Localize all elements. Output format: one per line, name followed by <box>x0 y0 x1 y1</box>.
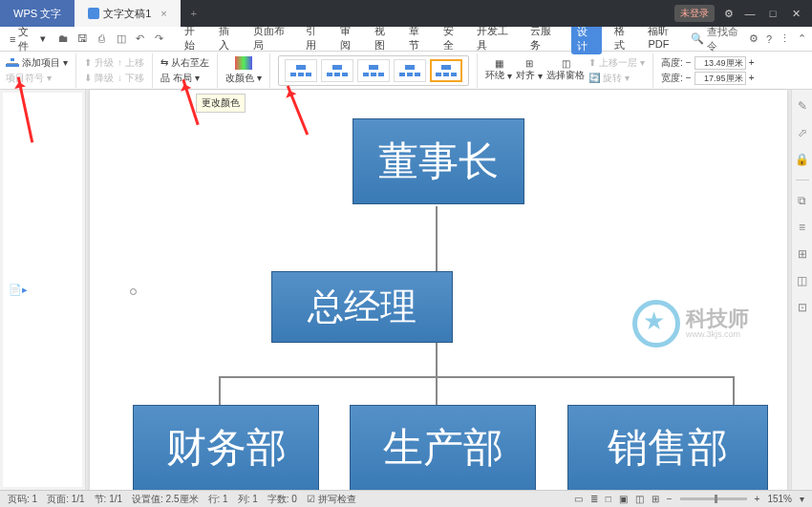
document-tab[interactable]: 文字文稿1 × <box>75 0 181 27</box>
preview-icon[interactable]: ◫ <box>115 32 128 45</box>
dropdown-caret-icon: ▾ <box>40 32 46 45</box>
lock-icon[interactable]: 🔒 <box>796 153 809 166</box>
save-icon[interactable]: 🖫 <box>76 32 90 45</box>
view-icon-3[interactable]: □ <box>606 494 611 504</box>
open-icon[interactable]: 🖿 <box>57 32 71 45</box>
redo-icon[interactable]: ↷ <box>153 32 166 45</box>
height-minus[interactable]: − <box>686 57 692 68</box>
width-input[interactable]: 17.95厘米 <box>694 72 746 85</box>
height-plus[interactable]: + <box>749 57 755 68</box>
sidetool-2-icon[interactable]: ≡ <box>796 221 809 234</box>
tab-review[interactable]: 审阅 <box>337 24 362 54</box>
width-minus[interactable]: − <box>686 73 692 83</box>
tab-start[interactable]: 开始 <box>182 24 206 54</box>
connector-line <box>436 206 438 273</box>
view-icon-4[interactable]: ▣ <box>619 494 628 504</box>
view-icon-1[interactable]: ▭ <box>574 494 583 504</box>
settings-icon[interactable]: ⚙ <box>724 8 734 20</box>
tab-format[interactable]: 格式 <box>611 24 636 54</box>
select-tool-icon[interactable]: ⬀ <box>796 126 809 139</box>
ribbon-group-level: ⬆ 升级 ⬇ 降级 ↑ 上移 ↓ 下移 <box>84 53 153 88</box>
height-input[interactable]: 13.49厘米 <box>694 56 746 70</box>
zoom-out-button[interactable]: − <box>667 494 673 504</box>
org-node-sales[interactable]: 销售部 <box>567 405 768 491</box>
pen-tool-icon[interactable]: ✎ <box>796 99 809 113</box>
wrench-icon[interactable]: ⚙ <box>749 32 759 45</box>
collapse-ribbon-icon[interactable]: ⌃ <box>798 32 806 45</box>
add-item-button[interactable]: 添加项目 ▾ <box>6 56 68 70</box>
status-row: 行: 1 <box>208 493 228 506</box>
maximize-button[interactable]: □ <box>766 8 780 19</box>
tab-insert[interactable]: 插入 <box>216 24 241 54</box>
page-thumb-icon[interactable]: 📄▸ <box>9 284 28 296</box>
layout-style-1[interactable] <box>285 59 317 82</box>
more-icon[interactable]: ⋮ <box>780 32 790 45</box>
tab-close-button[interactable]: × <box>160 8 166 19</box>
file-menu[interactable]: ≡ 文件 ▾ <box>6 25 50 53</box>
view-icon-6[interactable]: ⊞ <box>652 494 659 504</box>
window-controls: 未登录 ⚙ — □ ✕ <box>665 0 812 27</box>
tab-reference[interactable]: 引用 <box>303 24 328 54</box>
wrap-button[interactable]: 环绕▾ <box>485 69 512 82</box>
layout-style-3[interactable] <box>357 59 390 82</box>
navigation-pane: 📄▸ <box>0 90 86 490</box>
status-pages[interactable]: 页面: 1/1 <box>47 493 84 506</box>
new-tab-button[interactable]: + <box>181 8 207 19</box>
layout-style-4[interactable] <box>394 59 426 82</box>
status-chars[interactable]: 字数: 0 <box>267 493 297 506</box>
org-node-gm[interactable]: 总经理 <box>271 271 453 343</box>
sidetool-4-icon[interactable]: ◫ <box>796 274 809 287</box>
align-button[interactable]: 对齐▾ <box>516 69 543 82</box>
status-spellcheck[interactable]: ☑ 拼写检查 <box>307 493 356 506</box>
search-command[interactable]: 🔍 查找命令 <box>691 25 741 53</box>
sidetool-3-icon[interactable]: ⊞ <box>796 247 809 261</box>
watermark-url: www.3kjs.com <box>686 329 749 339</box>
layout-gallery[interactable] <box>278 55 469 86</box>
org-chart[interactable]: 董事长 总经理 财务部 生产部 销售部 科技师 www.3kjs.com <box>138 118 778 490</box>
tab-pagelayout[interactable]: 页面布局 <box>250 24 294 54</box>
minimize-button[interactable]: — <box>743 8 757 19</box>
wrap-icon: ▦ <box>495 58 503 69</box>
tab-section[interactable]: 章节 <box>406 24 431 54</box>
selection-handle[interactable] <box>130 288 137 295</box>
org-node-production[interactable]: 生产部 <box>350 405 536 491</box>
tab-view[interactable]: 视图 <box>372 24 396 54</box>
search-icon: 🔍 <box>691 32 704 45</box>
help-icon[interactable]: ? <box>766 33 772 45</box>
selection-pane-button[interactable]: 选择窗格 <box>546 69 585 82</box>
width-plus[interactable]: + <box>749 73 755 83</box>
org-node-chairman[interactable]: 董事长 <box>353 118 524 204</box>
layout-style-2[interactable] <box>321 59 353 82</box>
zoom-in-button[interactable]: + <box>755 494 760 504</box>
align-icon: ⊞ <box>525 58 533 69</box>
undo-icon[interactable]: ↶ <box>134 32 147 45</box>
tab-devtools[interactable]: 开发工具 <box>474 24 518 54</box>
promote-button: ⬆ 升级 <box>84 56 114 70</box>
color-icon <box>235 56 252 70</box>
view-icon-5[interactable]: ◫ <box>635 494 644 504</box>
zoom-caret-icon[interactable]: ▾ <box>800 494 804 504</box>
sidetool-1-icon[interactable]: ⧉ <box>796 194 809 207</box>
zoom-level[interactable]: 151% <box>767 494 792 504</box>
login-button[interactable]: 未登录 <box>674 5 715 22</box>
sidetool-5-icon[interactable]: ⊡ <box>796 301 809 314</box>
org-node-finance[interactable]: 财务部 <box>133 405 319 491</box>
zoom-slider[interactable] <box>680 497 747 500</box>
tab-design[interactable]: 设计 <box>571 24 602 54</box>
layout-style-5[interactable] <box>430 59 462 82</box>
close-button[interactable]: ✕ <box>789 8 802 20</box>
tab-cloud[interactable]: 云服务 <box>527 24 562 54</box>
print-icon[interactable]: ⎙ <box>96 32 109 45</box>
status-page-number[interactable]: 页码: 1 <box>8 493 37 506</box>
view-icon-2[interactable]: ≣ <box>590 494 598 504</box>
change-color-button[interactable]: 改颜色 ▾ <box>225 72 262 85</box>
tab-security[interactable]: 安全 <box>440 24 465 54</box>
bring-forward-button: ⬆ 上移一层 ▾ <box>588 56 645 70</box>
watermark-logo-icon <box>632 300 680 348</box>
document-page[interactable]: 董事长 总经理 财务部 生产部 销售部 科技师 www.3kjs.com <box>90 90 787 490</box>
connector-line <box>436 376 438 405</box>
side-tool-panel: ✎ ⬀ 🔒 ⧉ ≡ ⊞ ◫ ⊡ <box>791 90 812 490</box>
app-tab[interactable]: WPS 文字 <box>0 0 75 27</box>
tab-foxitpdf[interactable]: 福昕PDF <box>645 24 689 54</box>
rtl-button[interactable]: ⇆ 从右至左 <box>160 56 209 70</box>
